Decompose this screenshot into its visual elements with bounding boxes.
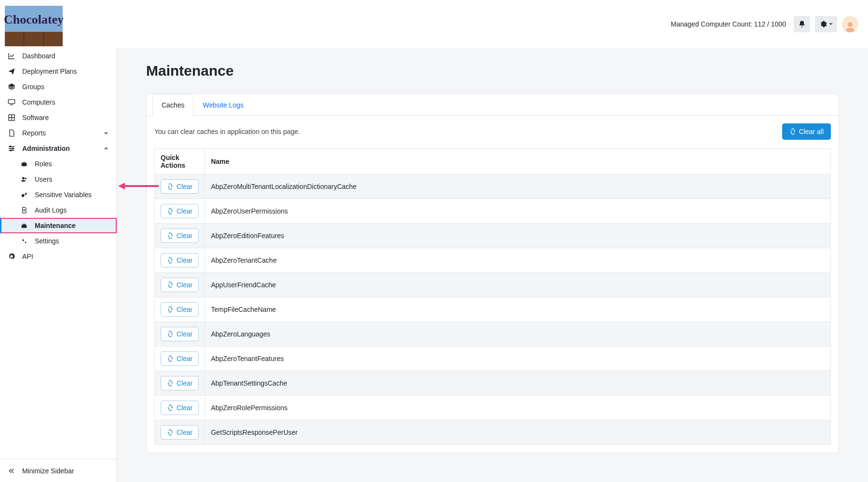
sidebar-item-settings[interactable]: Settings xyxy=(0,233,117,249)
sidebar-item-users[interactable]: Users xyxy=(0,172,117,187)
clear-button[interactable]: Clear xyxy=(161,302,199,317)
svg-rect-6 xyxy=(22,163,27,166)
tab-website-logs[interactable]: Website Logs xyxy=(193,94,253,116)
clear-label: Clear xyxy=(176,379,192,387)
clear-button[interactable]: Clear xyxy=(161,327,199,341)
brand-logo[interactable]: Chocolatey xyxy=(5,6,63,46)
sidebar-item-label: Groups xyxy=(22,83,110,91)
sidebar-item-maintenance[interactable]: Maintenance xyxy=(0,218,117,233)
sidebar-item-label: Maintenance xyxy=(35,222,76,229)
sidebar-nav: Dashboard Deployment Plans Groups Comput… xyxy=(0,48,117,459)
sidebar-item-label: Dashboard xyxy=(22,52,110,60)
sidebar-item-label: Software xyxy=(22,114,110,121)
svg-point-4 xyxy=(12,148,14,149)
users-icon xyxy=(19,176,29,183)
table-row: ClearTempFileCacheName xyxy=(155,297,831,322)
sidebar-item-label: Roles xyxy=(35,160,52,168)
main-content: Maintenance Caches Website Logs You can … xyxy=(117,0,868,482)
sidebar-item-administration[interactable]: Administration xyxy=(0,141,117,156)
brand-name: Chocolatey xyxy=(4,13,64,27)
column-quick-actions: Quick Actions xyxy=(155,149,205,174)
recycle-icon xyxy=(167,183,174,190)
sidebar-item-label: Deployment Plans xyxy=(22,67,110,75)
key-icon xyxy=(19,191,29,198)
sidebar-item-label: Administration xyxy=(22,145,102,152)
cache-name: AbpTenantSettingsCache xyxy=(205,371,831,396)
table-row: ClearAppUserFriendCache xyxy=(155,273,831,297)
maintenance-card: Caches Website Logs You can clear caches… xyxy=(146,94,839,453)
clear-label: Clear xyxy=(176,404,192,412)
page-title: Maintenance xyxy=(146,63,839,79)
sidebar-item-deployment-plans[interactable]: Deployment Plans xyxy=(0,64,117,79)
sidebar-item-label: Sensitive Variables xyxy=(35,191,92,199)
clear-button[interactable]: Clear xyxy=(161,278,199,292)
clear-all-button[interactable]: Clear all xyxy=(782,123,831,140)
sidebar-item-computers[interactable]: Computers xyxy=(0,94,117,110)
user-avatar[interactable] xyxy=(842,16,858,32)
cache-name: AbpZeroEditionFeatures xyxy=(205,224,831,248)
clear-button[interactable]: Clear xyxy=(161,204,199,218)
settings-dropdown[interactable] xyxy=(815,16,837,32)
clear-all-label: Clear all xyxy=(799,128,824,135)
chevron-down-icon xyxy=(102,129,110,137)
chart-line-icon xyxy=(7,52,16,60)
svg-rect-1 xyxy=(8,100,14,104)
chevron-up-icon xyxy=(102,145,110,152)
sidebar-item-label: Users xyxy=(35,175,53,183)
clear-label: Clear xyxy=(176,428,192,436)
clear-label: Clear xyxy=(176,232,192,240)
column-name: Name xyxy=(205,149,831,174)
sidebar-item-roles[interactable]: Roles xyxy=(0,156,117,172)
tabs: Caches Website Logs xyxy=(147,94,839,116)
svg-rect-10 xyxy=(22,225,27,228)
table-row: ClearAbpZeroTenantFeatures xyxy=(155,347,831,371)
recycle-icon xyxy=(167,404,174,411)
sidebar-item-reports[interactable]: Reports xyxy=(0,125,117,141)
gear-icon xyxy=(819,20,827,28)
clear-button[interactable]: Clear xyxy=(161,376,199,390)
tab-caches[interactable]: Caches xyxy=(152,94,193,116)
monitor-icon xyxy=(7,98,16,106)
sidebar-item-groups[interactable]: Groups xyxy=(0,79,117,94)
table-row: ClearAbpZeroUserPermissions xyxy=(155,199,831,224)
recycle-icon xyxy=(167,355,174,362)
clear-button[interactable]: Clear xyxy=(161,401,199,415)
svg-point-7 xyxy=(22,177,25,179)
svg-point-11 xyxy=(23,240,25,241)
minimize-sidebar[interactable]: Minimize Sidebar xyxy=(0,459,117,482)
sidebar-item-software[interactable]: Software xyxy=(0,110,117,125)
sidebar-item-sensitive-variables[interactable]: Sensitive Variables xyxy=(0,187,117,202)
sidebar-item-label: API xyxy=(22,253,110,260)
toolbox-icon xyxy=(19,222,29,229)
cache-name: TempFileCacheName xyxy=(205,297,831,322)
layers-icon xyxy=(7,83,16,91)
svg-point-8 xyxy=(25,178,27,180)
topbar: Chocolatey Managed Computer Count: 112 /… xyxy=(0,0,868,48)
clear-button[interactable]: Clear xyxy=(161,351,199,366)
recycle-icon xyxy=(167,331,174,337)
cache-name: AbpZeroUserPermissions xyxy=(205,199,831,224)
logo-decoration xyxy=(5,32,63,46)
clear-button[interactable]: Clear xyxy=(161,179,199,194)
sidebar-item-api[interactable]: API xyxy=(0,249,117,264)
clear-label: Clear xyxy=(176,355,192,362)
recycle-icon xyxy=(167,232,174,239)
recycle-icon xyxy=(167,281,174,288)
clear-button[interactable]: Clear xyxy=(161,425,199,440)
recycle-icon xyxy=(167,306,174,313)
cache-name: AbpZeroMultiTenantLocalizationDictionary… xyxy=(205,174,831,199)
sidebar-item-label: Audit Logs xyxy=(35,206,67,214)
sidebar-item-audit-logs[interactable]: Audit Logs xyxy=(0,202,117,218)
clear-button[interactable]: Clear xyxy=(161,228,199,243)
person-icon xyxy=(844,21,856,32)
svg-point-5 xyxy=(10,150,12,151)
notifications-button[interactable] xyxy=(794,16,810,32)
clear-label: Clear xyxy=(176,207,192,215)
clear-label: Clear xyxy=(176,330,192,338)
gears-icon xyxy=(19,238,29,244)
cog-icon xyxy=(7,253,16,260)
cache-name: GetScriptsResponsePerUser xyxy=(205,420,831,445)
table-row: ClearAbpZeroRolePermissions xyxy=(155,396,831,420)
clear-button[interactable]: Clear xyxy=(161,253,199,268)
sidebar-item-dashboard[interactable]: Dashboard xyxy=(0,48,117,64)
